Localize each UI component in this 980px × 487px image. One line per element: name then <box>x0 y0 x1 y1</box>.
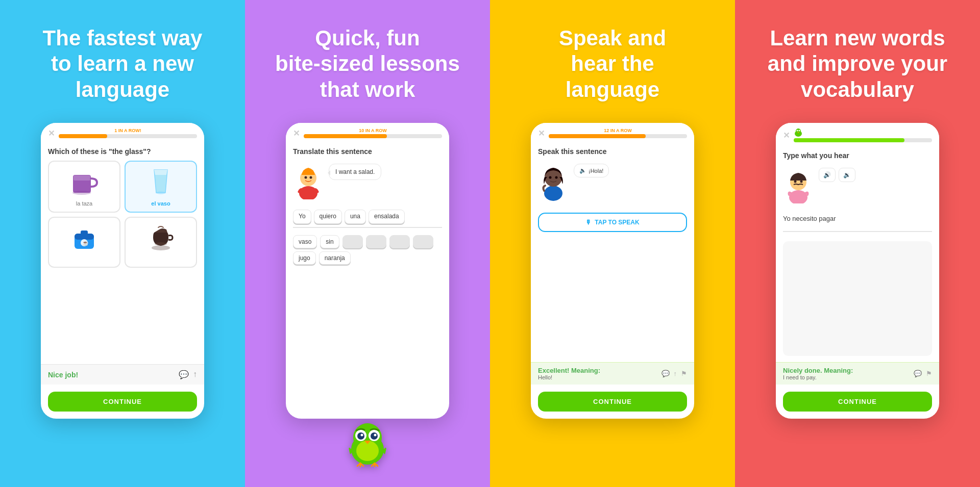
meaning-icons-4: 💬 ⚑ <box>914 370 932 377</box>
close-icon-4[interactable]: ✕ <box>783 131 790 140</box>
svg-point-27 <box>555 176 558 178</box>
flag-icon-4[interactable]: ⚑ <box>926 370 932 377</box>
nice-job-text: Nice job! <box>48 371 78 379</box>
question-4: Type what you hear <box>783 151 932 160</box>
word-card-mug[interactable]: la taza <box>48 161 120 213</box>
chip-sin[interactable]: sin <box>320 235 339 248</box>
meaning-translation-4: I need to pay. <box>783 374 853 380</box>
phone-2-topbar: ✕ 10 IN A ROW <box>286 123 449 141</box>
progress-fill-2 <box>304 134 387 138</box>
panel-blue: The fastest way to learn a new language … <box>0 0 245 487</box>
tap-label: TAP TO SPEAK <box>595 219 639 226</box>
meaning-icons-3: 💬 ↑ ⚑ <box>662 370 688 377</box>
hola-bubble: 🔈 ¡Hola! <box>574 164 609 177</box>
answer-word-ensalada[interactable]: ensalada <box>369 210 405 224</box>
chip-jugo[interactable]: jugo <box>293 251 316 265</box>
card-label-mug: la taza <box>76 200 92 207</box>
close-icon-3[interactable]: ✕ <box>538 129 545 138</box>
owl-face <box>342 416 393 477</box>
progress-container-3: 12 IN A ROW <box>549 128 687 138</box>
flag-icon-3[interactable]: ⚑ <box>681 370 687 377</box>
close-icon-2[interactable]: ✕ <box>293 129 300 138</box>
chat-icon-4[interactable]: 💬 <box>914 370 922 377</box>
mug-image <box>69 167 100 197</box>
svg-point-14 <box>309 176 312 179</box>
word-card-coffee-pot[interactable] <box>125 217 197 268</box>
close-icon-1[interactable]: ✕ <box>48 129 55 138</box>
svg-point-32 <box>789 190 807 203</box>
phone-1-content: Which of these is "the glass"? la taza <box>41 141 204 364</box>
character-3 <box>538 164 569 199</box>
progress-bar-bg-2 <box>304 134 442 138</box>
svg-point-11 <box>299 186 317 199</box>
svg-point-21 <box>371 432 378 440</box>
word-card-coffee-bag[interactable]: ☕ <box>48 217 120 268</box>
phone-3: ✕ 12 IN A ROW Speak this sentence <box>531 123 694 419</box>
phone-2: ✕ 10 IN A ROW Translate this sentence <box>286 123 449 419</box>
phone-4-content: Type what you hear <box>776 145 939 362</box>
svg-point-20 <box>357 432 364 440</box>
panel-1-title: The fastest way to learn a new language <box>43 25 203 102</box>
type-input-area[interactable]: Yo necesito pagar <box>783 212 932 232</box>
chip-naranja[interactable]: naranja <box>319 251 351 265</box>
chip-blank-4[interactable] <box>413 235 433 248</box>
progress-container-4 <box>794 128 932 142</box>
speak-section: 🔈 ¡Hola! <box>538 164 687 199</box>
speaker-icon-3[interactable]: 🔈 <box>579 167 586 174</box>
continue-btn-3[interactable]: CONTINUE <box>538 392 687 412</box>
svg-point-22 <box>361 434 363 437</box>
chat-icon-1[interactable]: 💬 <box>179 370 189 379</box>
answer-word-yo[interactable]: Yo <box>293 210 311 224</box>
phone-4: ✕ Type what you hear <box>776 123 939 419</box>
panel-purple: Quick, fun bite-sized lessons that work … <box>245 0 490 487</box>
phone-1-topbar: ✕ 1 IN A ROW! <box>41 123 204 141</box>
panel-red: Learn new words and improve your vocabul… <box>735 0 980 487</box>
progress-container-2: 10 IN A ROW <box>304 128 442 138</box>
chip-vaso[interactable]: vaso <box>293 235 317 248</box>
chip-blank-2[interactable] <box>366 235 386 248</box>
hola-text: ¡Hola! <box>589 168 603 174</box>
chat-icon-3[interactable]: 💬 <box>662 370 670 377</box>
svg-rect-1 <box>74 175 90 181</box>
continue-btn-4[interactable]: CONTINUE <box>783 392 932 412</box>
phone-3-topbar: ✕ 12 IN A ROW <box>531 123 694 141</box>
answer-word-quiero[interactable]: quiero <box>314 210 342 224</box>
meaning-row-4: Nicely done. Meaning: I need to pay. 💬 ⚑ <box>783 367 932 380</box>
progress-fill-3 <box>549 134 646 138</box>
svg-text:☕: ☕ <box>82 240 89 246</box>
phone-1-bottom: Nice job! 💬 ↑ <box>41 364 204 385</box>
excellent-text: Excellent! Meaning: <box>538 367 600 374</box>
share-icon-1[interactable]: ↑ <box>193 370 197 379</box>
progress-container-1: 1 IN A ROW! <box>59 128 197 138</box>
answer-area-2: Yo quiero una ensalada <box>293 210 442 228</box>
panel-3-title: Speak and hear the language <box>559 25 666 102</box>
panel-4-title: Learn new words and improve your vocabul… <box>768 25 947 102</box>
tap-to-speak-button[interactable]: 🎙 TAP TO SPEAK <box>538 213 687 232</box>
question-3: Speak this sentence <box>538 147 687 156</box>
chip-blank-1[interactable] <box>342 235 363 248</box>
meaning-section-4: Nicely done. Meaning: I need to pay. 💬 ⚑ <box>776 362 939 385</box>
panel-yellow: Speak and hear the language ✕ 12 IN A RO… <box>490 0 735 487</box>
progress-fill-4 <box>794 138 904 142</box>
character-4 <box>783 168 814 203</box>
meaning-row-3: Excellent! Meaning: Hello! 💬 ↑ ⚑ <box>538 367 687 380</box>
bottom-icons-1: 💬 ↑ <box>179 370 197 379</box>
meaning-title-3: Excellent! Meaning: Hello! <box>538 367 600 380</box>
word-grid-1: la taza el vaso <box>48 161 197 268</box>
card-label-glass: el vaso <box>151 200 170 207</box>
speaker-btn-4[interactable]: 🔊 <box>819 168 836 182</box>
nicely-done-text: Nicely done. Meaning: <box>783 367 853 374</box>
streak-label-3: 12 IN A ROW <box>549 128 687 133</box>
svg-point-13 <box>304 176 307 179</box>
speaker-alt-btn-4[interactable]: 🔉 <box>839 168 855 182</box>
word-card-glass[interactable]: el vaso <box>125 161 197 213</box>
blank-area-4 <box>783 241 932 356</box>
chip-blank-3[interactable] <box>389 235 410 248</box>
answer-word-una[interactable]: una <box>345 210 366 224</box>
svg-point-3 <box>156 191 165 194</box>
share-icon-3[interactable]: ↑ <box>674 370 677 377</box>
word-bank-2: vaso sin jugo naranja <box>293 235 442 265</box>
glass-image <box>145 167 176 197</box>
phone-3-content: Speak this sentence <box>531 141 694 362</box>
continue-btn-1[interactable]: CONTINUE <box>48 392 197 412</box>
